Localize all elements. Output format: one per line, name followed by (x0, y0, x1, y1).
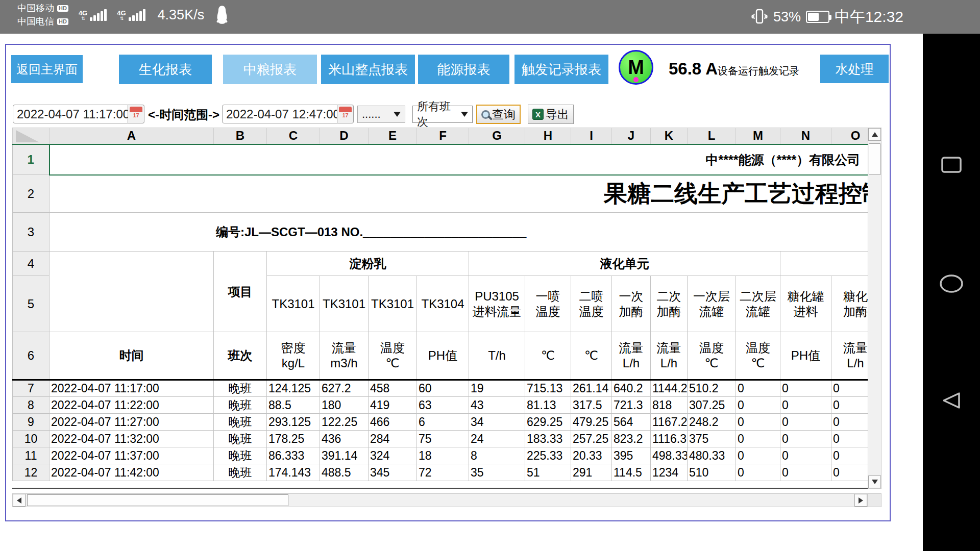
cell-time-7[interactable]: 2022-04-07 11:17:00 (50, 380, 214, 397)
cell-value-11-11[interactable]: 0 (780, 447, 831, 464)
cell-value-11-10[interactable]: 0 (736, 447, 780, 464)
cell-value-7-4[interactable]: 19 (469, 380, 525, 397)
column-header-o[interactable]: O (831, 128, 868, 144)
cell-unit-header-4[interactable]: 温度 ℃ (369, 332, 417, 380)
cell-value-9-2[interactable]: 466 (369, 414, 417, 431)
cell-value-11-9[interactable]: 480.33 (688, 447, 736, 464)
calendar-icon[interactable]: 17 (128, 105, 144, 123)
cell-value-7-0[interactable]: 124.125 (267, 380, 320, 397)
cell-unit-header-5[interactable]: PH值 (417, 332, 469, 380)
cell-value-11-6[interactable]: 20.33 (571, 447, 612, 464)
cell-value-10-9[interactable]: 375 (688, 431, 736, 447)
row-header-9[interactable]: 9 (13, 414, 50, 431)
cell-value-10-8[interactable]: 1116.3 (651, 431, 688, 447)
cell-unit-header-8[interactable]: ℃ (571, 332, 612, 380)
scroll-right-button[interactable] (854, 494, 867, 507)
cell-value-10-4[interactable]: 24 (469, 431, 525, 447)
cell-value-12-10[interactable]: 0 (736, 464, 780, 481)
cell-value-9-10[interactable]: 0 (736, 414, 780, 431)
vertical-scroll-thumb[interactable] (869, 143, 880, 175)
cell-time-9[interactable]: 2022-04-07 11:27:00 (50, 414, 214, 431)
row-header-1[interactable]: 1 (13, 144, 50, 175)
row-header-8[interactable]: 8 (13, 397, 50, 414)
export-button[interactable]: X 导出 (528, 105, 574, 124)
m-logo-icon[interactable]: M (619, 50, 653, 85)
cell-value-11-8[interactable]: 498.33 (651, 447, 688, 464)
cell-group-right-empty[interactable] (780, 252, 868, 276)
horizontal-scroll-thumb[interactable] (27, 494, 288, 506)
cell-value-12-12[interactable]: 0 (831, 464, 868, 481)
cell-unit-header-9[interactable]: 流量 L/h (612, 332, 651, 380)
column-header-m[interactable]: M (736, 128, 780, 144)
cell-value-9-0[interactable]: 293.125 (267, 414, 320, 431)
cell-value-12-4[interactable]: 35 (469, 464, 525, 481)
cell-a4-empty[interactable] (50, 252, 214, 332)
cell-value-11-2[interactable]: 324 (369, 447, 417, 464)
cell-instrument-header-8[interactable]: 二次 加酶 (651, 276, 688, 332)
start-time-input[interactable]: 2022-04-07 11:17:00 (13, 105, 128, 123)
cell-value-8-3[interactable]: 63 (417, 397, 469, 414)
tab-trigger-record-report[interactable]: 触发记录报表 (514, 55, 608, 84)
cell-value-12-6[interactable]: 291 (571, 464, 612, 481)
cell-value-12-8[interactable]: 1234 (651, 464, 688, 481)
cell-value-10-6[interactable]: 257.25 (571, 431, 612, 447)
scroll-up-button[interactable] (868, 128, 881, 141)
cell-value-11-4[interactable]: 8 (469, 447, 525, 464)
vertical-scrollbar[interactable] (868, 128, 881, 489)
calendar-icon[interactable]: 17 (337, 105, 354, 123)
cell-value-7-2[interactable]: 458 (369, 380, 417, 397)
cell-value-10-11[interactable]: 0 (780, 431, 831, 447)
column-header-i[interactable]: I (571, 128, 612, 144)
row-header-12[interactable]: 12 (13, 464, 50, 481)
cell-instrument-header-0[interactable]: TK3101 (267, 276, 320, 332)
cell-value-9-9[interactable]: 248.2 (688, 414, 736, 431)
cell-value-7-3[interactable]: 60 (417, 380, 469, 397)
cell-value-11-3[interactable]: 18 (417, 447, 469, 464)
cell-value-9-6[interactable]: 479.25 (571, 414, 612, 431)
column-header-l[interactable]: L (688, 128, 736, 144)
cell-unit-header-0[interactable]: 时间 (50, 332, 214, 380)
cell-value-8-8[interactable]: 818 (651, 397, 688, 414)
column-header-b[interactable]: B (214, 128, 267, 144)
cell-doc-code[interactable]: 编号:JL—SCGT—013 NO.______________________… (50, 213, 868, 252)
cell-shift-10[interactable]: 晚班 (214, 431, 267, 447)
cell-unit-header-10[interactable]: 流量 L/h (651, 332, 688, 380)
cell-shift-8[interactable]: 晚班 (214, 397, 267, 414)
row-header-2[interactable]: 2 (13, 175, 50, 213)
cell-value-9-11[interactable]: 0 (780, 414, 831, 431)
cell-value-11-7[interactable]: 395 (612, 447, 651, 464)
cell-value-10-5[interactable]: 183.33 (525, 431, 571, 447)
cell-value-12-3[interactable]: 72 (417, 464, 469, 481)
cell-instrument-header-4[interactable]: PU3105 进料流量 (469, 276, 525, 332)
cell-value-7-1[interactable]: 627.2 (320, 380, 369, 397)
cell-shift-11[interactable]: 晚班 (214, 447, 267, 464)
cell-value-10-2[interactable]: 284 (369, 431, 417, 447)
cell-unit-header-12[interactable]: 温度 ℃ (736, 332, 780, 380)
cell-shift-7[interactable]: 晚班 (214, 380, 267, 397)
cell-value-7-6[interactable]: 261.14 (571, 380, 612, 397)
cell-instrument-header-2[interactable]: TK3101 (369, 276, 417, 332)
cell-value-10-3[interactable]: 75 (417, 431, 469, 447)
cell-value-8-7[interactable]: 721.3 (612, 397, 651, 414)
cell-shift-9[interactable]: 晚班 (214, 414, 267, 431)
home-icon[interactable] (939, 273, 964, 294)
cell-value-9-1[interactable]: 122.25 (320, 414, 369, 431)
row-header-7[interactable]: 7 (13, 380, 50, 397)
cell-instrument-header-9[interactable]: 一次层 流罐 (688, 276, 736, 332)
cell-value-8-0[interactable]: 88.5 (267, 397, 320, 414)
cell-instrument-header-10[interactable]: 二次层 流罐 (736, 276, 780, 332)
cell-value-10-0[interactable]: 178.25 (267, 431, 320, 447)
cell-value-10-7[interactable]: 823.2 (612, 431, 651, 447)
cell-time-12[interactable]: 2022-04-07 11:42:00 (50, 464, 214, 481)
cell-instrument-header-7[interactable]: 一次 加酶 (612, 276, 651, 332)
column-header-k[interactable]: K (651, 128, 688, 144)
cell-value-12-0[interactable]: 174.143 (267, 464, 320, 481)
cell-instrument-header-3[interactable]: TK3104 (417, 276, 469, 332)
scroll-left-button[interactable] (13, 494, 26, 507)
row-header-10[interactable]: 10 (13, 431, 50, 447)
cell-value-8-10[interactable]: 0 (736, 397, 780, 414)
cell-value-8-9[interactable]: 307.25 (688, 397, 736, 414)
cell-value-10-10[interactable]: 0 (736, 431, 780, 447)
cell-instrument-header-1[interactable]: TK3101 (320, 276, 369, 332)
row-header-11[interactable]: 11 (13, 447, 50, 464)
